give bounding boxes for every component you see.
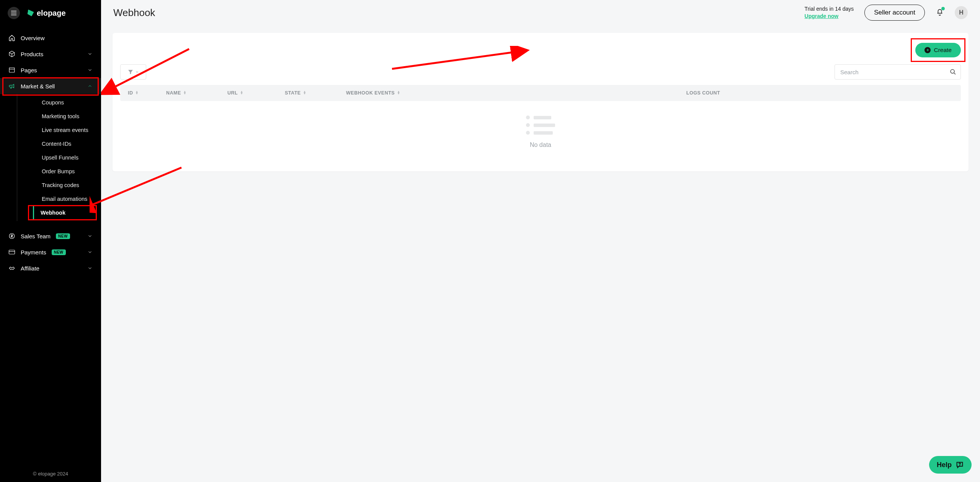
funnel-icon [127,69,134,75]
sort-icon: ▲▼ [136,91,139,95]
column-header-state[interactable]: STATE ▲▼ [285,90,346,96]
help-widget[interactable]: Help [929,456,972,474]
upgrade-link[interactable]: Upgrade now [805,13,854,20]
svg-point-7 [959,466,960,466]
sidebar-sub-label: Coupons [42,99,64,106]
sort-icon: ▲▼ [303,91,306,95]
sort-icon: ▲▼ [397,91,400,95]
column-label: NAME [166,90,181,96]
svg-line-5 [90,168,181,206]
sidebar-sub-marketing-tools[interactable]: Marketing tools [34,109,101,123]
chevron-up-icon [87,83,93,89]
sidebar-sub-label: Live stream events [42,127,88,133]
chevron-down-icon [87,51,93,57]
trial-info: Trial ends in 14 days Upgrade now [805,5,854,20]
seller-account-button[interactable]: Seller account [864,5,925,21]
create-button-label: Create [934,47,952,54]
sidebar-sub-label: Order Bumps [42,168,75,174]
empty-state-text: No data [120,142,961,148]
sidebar-sub-tracking[interactable]: Tracking codes [34,178,101,192]
megaphone-icon [8,83,15,90]
sidebar-item-label: Products [21,51,43,57]
column-header-logs: LOGS COUNT [453,90,953,96]
avatar-initial: H [959,9,964,16]
column-label: URL [227,90,238,96]
logo-mark-icon [27,10,34,17]
trial-text: Trial ends in 14 days [805,5,854,13]
sidebar-item-label: Payments [21,249,46,256]
sort-icon: ▲▼ [183,91,186,95]
annotation-arrow-webhook [90,164,189,214]
sidebar-item-overview[interactable]: Overview [0,30,101,46]
column-header-url[interactable]: URL ▲▼ [227,90,285,96]
help-label: Help [937,461,952,469]
market-sell-submenu: Coupons Marketing tools Live stream even… [17,94,101,221]
user-avatar[interactable]: H [955,6,968,19]
sidebar-footer: © elopage 2024 [0,466,101,482]
sidebar: elopage Overview Products Pages [0,0,101,482]
chevron-down-icon [87,249,93,255]
sidebar-item-products[interactable]: Products [0,46,101,62]
sidebar-sub-webhook[interactable]: Webhook [33,206,101,220]
sidebar-sub-content-ids[interactable]: Content-IDs [34,137,101,151]
sidebar-item-label: Overview [21,35,45,41]
sidebar-sub-upsell[interactable]: Upsell Funnels [34,151,101,164]
sidebar-sub-label: Content-IDs [42,141,71,147]
svg-rect-2 [9,250,15,254]
sidebar-item-label: Market & Sell [21,83,55,90]
sidebar-item-label: Sales Team [21,233,51,239]
column-label: ID [128,90,133,96]
column-label: STATE [285,90,301,96]
sidebar-sub-label: Webhook [41,210,65,216]
empty-state: No data [120,101,961,152]
column-header-events[interactable]: WEBHOOK EVENTS ▲▼ [346,90,453,96]
column-header-id[interactable]: ID ▲▼ [128,90,166,96]
main-area: Webhook Trial ends in 14 days Upgrade no… [101,0,980,482]
main-nav: Overview Products Pages Market & Sell [0,30,101,466]
hamburger-menu-button[interactable] [8,7,20,19]
notifications-button[interactable] [936,8,944,18]
sidebar-item-affiliate[interactable]: Affiliate [0,260,101,276]
sidebar-sub-label: Tracking codes [42,182,79,188]
sidebar-sub-coupons[interactable]: Coupons [34,96,101,109]
sidebar-sub-email-automations[interactable]: Email automations [34,192,101,206]
topbar: Webhook Trial ends in 14 days Upgrade no… [101,0,980,25]
new-badge: NEW [52,249,66,255]
column-header-name[interactable]: NAME ▲▼ [166,90,227,96]
window-icon [8,67,15,73]
sort-icon: ▲▼ [240,91,243,95]
box-icon [8,50,15,57]
plus-circle-icon: + [924,47,931,53]
search-icon [950,69,956,75]
hamburger-icon [11,11,16,15]
new-badge: NEW [56,233,70,239]
dollar-circle-icon [8,233,15,239]
chevron-down-icon [87,67,93,73]
credit-card-icon [8,249,15,256]
sidebar-item-pages[interactable]: Pages [0,62,101,78]
sidebar-item-sales-team[interactable]: Sales Team NEW [0,228,101,244]
sidebar-sub-label: Upsell Funnels [42,155,78,161]
handshake-icon [8,265,15,272]
sidebar-sub-label: Email automations [42,196,87,202]
brand-logo[interactable]: elopage [28,9,66,18]
help-chat-icon [956,461,964,469]
sidebar-item-payments[interactable]: Payments NEW [0,244,101,260]
brand-name: elopage [37,9,66,18]
filter-button[interactable] [120,64,146,80]
table-header: ID ▲▼ NAME ▲▼ URL ▲▼ STATE ▲▼ WEBHOOK EV… [120,85,961,101]
chevron-down-icon [87,265,93,271]
svg-rect-0 [9,68,15,72]
search-input[interactable] [835,64,961,80]
content-card: + Create ID ▲▼ [113,33,969,171]
svg-point-3 [951,70,954,73]
sidebar-sub-live-stream[interactable]: Live stream events [34,123,101,137]
sidebar-item-label: Pages [21,67,37,73]
sidebar-item-market-sell[interactable]: Market & Sell [0,78,101,94]
column-label: LOGS COUNT [686,90,720,96]
create-button[interactable]: + Create [915,43,961,57]
page-title: Webhook [113,7,155,19]
chevron-down-icon [135,70,139,74]
sidebar-sub-order-bumps[interactable]: Order Bumps [34,164,101,178]
column-label: WEBHOOK EVENTS [346,90,395,96]
